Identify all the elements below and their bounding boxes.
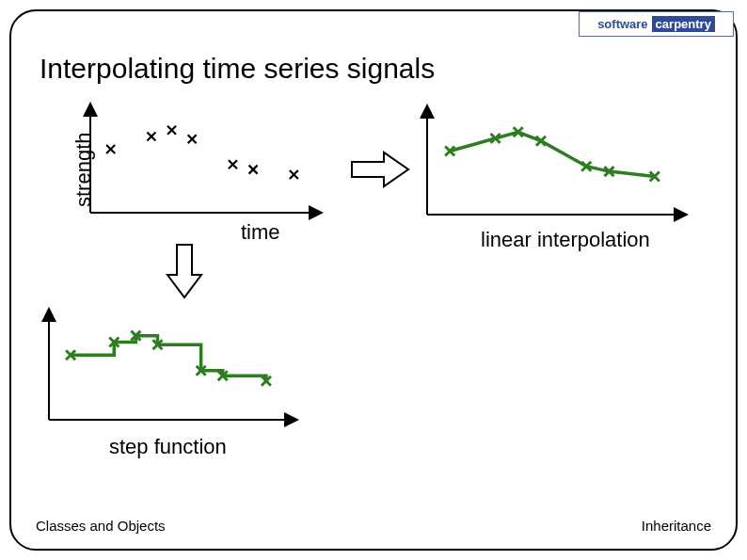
x-axis-label: time bbox=[241, 220, 280, 245]
scatter-points bbox=[106, 126, 298, 179]
slide-title: Interpolating time series signals bbox=[40, 53, 435, 85]
arrow-down bbox=[166, 243, 203, 301]
arrow-right-icon bbox=[352, 152, 408, 186]
step-line bbox=[71, 336, 266, 381]
logo-word-1: software bbox=[597, 17, 647, 31]
footer-right: Inheritance bbox=[642, 518, 711, 534]
chart-linear-interpolation bbox=[420, 104, 692, 224]
linear-interp-label: linear interpolation bbox=[481, 228, 650, 252]
step-function-label: step function bbox=[109, 435, 227, 459]
linear-line bbox=[450, 132, 655, 176]
arrow-right bbox=[350, 151, 412, 188]
chart-scatter-source bbox=[83, 102, 327, 222]
slide-border bbox=[9, 9, 738, 551]
logo: software carpentry bbox=[579, 11, 734, 37]
logo-word-2: carpentry bbox=[652, 16, 715, 32]
step-points bbox=[66, 331, 271, 386]
chart-step-function bbox=[41, 307, 303, 429]
arrow-down-icon bbox=[167, 245, 201, 297]
footer-left: Classes and Objects bbox=[36, 518, 166, 534]
